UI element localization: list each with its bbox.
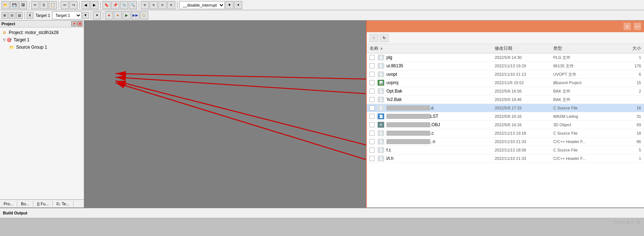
file-row[interactable]: 📄ui.861352022/11/13 19:2986135 文件176 xyxy=(367,62,644,70)
align-left-btn[interactable]: ≡ xyxy=(141,1,149,9)
bookmark3-btn[interactable]: 📎 xyxy=(120,1,128,9)
file-checkbox[interactable] xyxy=(370,147,375,153)
file-type: C/C++ Header F... xyxy=(553,139,612,144)
save-all-btn[interactable]: 🖫 xyxy=(19,1,27,9)
file-row[interactable]: 📄████████████████████..n2022/11/10 21:33… xyxy=(367,138,644,146)
align-right-btn[interactable]: ≡ xyxy=(150,1,158,9)
col-size[interactable]: 大小 xyxy=(612,45,641,52)
file-type-icon: 📄 xyxy=(378,113,384,119)
file-row[interactable]: 📄f.c2022/11/13 18:58C Source File5 xyxy=(367,146,644,154)
magic-wand-btn[interactable]: ✦ xyxy=(93,11,101,19)
panel-pin-btn[interactable]: 📌 xyxy=(71,21,76,26)
file-row[interactable]: 📄uvopt2022/11/10 21:13UVOPT 文件6 xyxy=(367,70,644,79)
compile-btn[interactable]: ▶ xyxy=(123,11,131,19)
file-checkbox[interactable] xyxy=(370,89,375,94)
file-row[interactable]: ⚙████████████████████.OBJ2022/5/6 16:163… xyxy=(367,121,644,129)
panel-title: Project xyxy=(1,22,15,26)
tab-functions[interactable]: {} Fu... xyxy=(33,201,53,207)
bookmark2-btn[interactable]: 📌 xyxy=(111,1,119,9)
undo-btn[interactable]: ↩ xyxy=(61,1,69,9)
file-size: 5 xyxy=(612,148,641,152)
file-type: C Source File xyxy=(553,131,612,135)
file-row[interactable]: 📄i/t.h2022/11/10 21:33C/C++ Header F...1 xyxy=(367,154,644,163)
file-checkbox[interactable] xyxy=(370,139,375,144)
save-btn[interactable]: 💾 xyxy=(10,1,18,9)
file-type: 鎷ision4 Project xyxy=(553,80,612,86)
file-row[interactable]: 📊uvproj2022/11/6 15:52鎷ision4 Project15 xyxy=(367,79,644,87)
red-dot1-btn[interactable]: ● xyxy=(105,11,113,19)
file-checkbox[interactable] xyxy=(370,131,375,136)
svg-line-1 xyxy=(116,74,366,79)
tab-project[interactable]: Pro... xyxy=(0,201,17,207)
col-date[interactable]: 修改日期 xyxy=(495,45,553,52)
file-type-icon: 📄 xyxy=(378,63,384,69)
file-name: ui.86135 xyxy=(386,63,495,68)
right-minimize-btn[interactable]: — xyxy=(634,23,641,30)
file-type-icon: 📊 xyxy=(378,80,384,86)
copy-btn[interactable]: ⎘ xyxy=(40,1,48,9)
center-editor-area[interactable] xyxy=(84,20,366,207)
sep3 xyxy=(79,1,80,9)
target-item[interactable]: ▽ 🎯 Target 1 xyxy=(0,36,84,44)
red-dot2-btn[interactable]: ● xyxy=(114,11,122,19)
target-select[interactable]: Target 1 xyxy=(52,11,82,19)
small-btn2[interactable]: ⊟ xyxy=(9,12,15,19)
nav-refresh-btn[interactable]: ↻ xyxy=(380,34,389,42)
tab-templates[interactable]: 0↓ Te... xyxy=(53,201,73,207)
file-row[interactable]: 📄plg2022/5/9 14:30PLG 文件1 xyxy=(367,53,644,62)
file-size: 6 xyxy=(612,72,641,76)
target-build-btn[interactable]: ⬡ xyxy=(140,11,148,19)
build-btn[interactable]: ▶▶ xyxy=(131,11,139,19)
file-type: C/C++ Header F... xyxy=(553,156,612,161)
file-checkbox[interactable] xyxy=(370,156,375,161)
file-size: 86 xyxy=(612,139,641,144)
file-type: BAK 文件 xyxy=(553,89,612,94)
right-panel-header: ∨ — xyxy=(367,20,644,32)
file-row[interactable]: 📄Opt.Bak2022/5/6 16:56BAK 文件2 xyxy=(367,87,644,95)
col-name[interactable]: 名称 ∧ xyxy=(370,45,495,52)
interrupt-dropdown[interactable]: __disable_interrupt xyxy=(179,1,225,9)
file-list-body: 📄plg2022/5/9 14:30PLG 文件1📄ui.861352022/1… xyxy=(367,53,644,207)
file-size: 31 xyxy=(612,114,641,119)
nav-back-btn[interactable]: ◀ xyxy=(82,1,90,9)
align-center-btn[interactable]: ≡ xyxy=(158,1,166,9)
col-type[interactable]: 类型 xyxy=(553,45,612,52)
dropdown-expand-btn[interactable]: ▼ xyxy=(225,1,233,9)
right-chevron-btn[interactable]: ∨ xyxy=(624,23,631,30)
file-row[interactable]: 📄'lv2.Bak2022/5/5 18:46BAK 文件 xyxy=(367,95,644,104)
search-btn[interactable]: 🔍 xyxy=(129,1,137,9)
paste-btn[interactable]: 📋 xyxy=(49,1,57,9)
file-list-header: 名称 ∧ 修改日期 类型 大小 xyxy=(367,44,644,53)
file-checkbox[interactable] xyxy=(370,55,375,60)
file-checkbox[interactable] xyxy=(370,122,375,127)
open-folder-btn[interactable]: 📂 xyxy=(1,1,10,9)
small-btn3[interactable]: ▤ xyxy=(16,12,23,19)
file-row[interactable]: 📄████████████████████.c2022/5/8 17:33C S… xyxy=(367,104,644,112)
project-item[interactable]: ⚙ Project: motor_stc8h1k28 xyxy=(0,29,84,36)
file-checkbox[interactable] xyxy=(370,63,375,68)
cut-btn[interactable]: ✂ xyxy=(31,1,39,9)
tool-extra-btn[interactable]: ✦ xyxy=(234,1,242,9)
file-date: 2022/5/5 18:46 xyxy=(495,97,553,102)
small-btn1[interactable]: ⊞ xyxy=(1,12,8,19)
load-btn[interactable]: ⬆ xyxy=(27,12,33,19)
file-checkbox[interactable] xyxy=(370,80,375,85)
tab-books[interactable]: Bo... xyxy=(17,201,33,207)
file-checkbox[interactable] xyxy=(370,72,375,77)
nav-up-btn[interactable]: ↑ xyxy=(370,34,378,42)
file-checkbox[interactable] xyxy=(370,114,375,119)
svg-line-4 xyxy=(116,83,366,160)
target-expand-btn[interactable]: ▼ xyxy=(82,12,89,19)
nav-fwd-btn[interactable]: ▶ xyxy=(90,1,98,9)
target-name: Target 1 xyxy=(14,37,29,42)
file-size: 1 xyxy=(612,156,641,161)
source-group-item[interactable]: 📁 Source Group 1 xyxy=(0,44,84,51)
file-row[interactable]: 📄████████████████████.c2022/11/13 19:18C… xyxy=(367,129,644,138)
file-checkbox[interactable] xyxy=(370,105,375,110)
redo-btn[interactable]: ↪ xyxy=(70,1,78,9)
file-row[interactable]: 📄████████████████████LST2022/5/6 16:16MA… xyxy=(367,112,644,121)
file-checkbox[interactable] xyxy=(370,97,375,102)
panel-close-btn[interactable]: ✕ xyxy=(77,21,82,26)
align-justify-btn[interactable]: ≡ xyxy=(167,1,175,9)
bookmark-btn[interactable]: 🔖 xyxy=(102,1,111,9)
